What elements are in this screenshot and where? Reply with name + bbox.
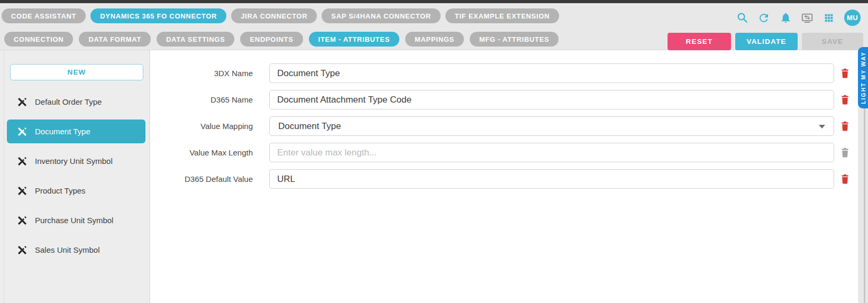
sidebar-item-default-order-type[interactable]: Default Order Type	[7, 90, 145, 114]
user-avatar[interactable]: MU	[844, 10, 861, 26]
delete-row-icon[interactable]	[840, 121, 849, 132]
tab-sap-s4hana-connector[interactable]: SAP S/4HANA CONNECTOR	[322, 8, 441, 23]
sidebar-item-label: Purchase Unit Symbol	[35, 216, 113, 225]
top-nav: CODE ASSISTANT DYNAMICS 365 FO CONNECTOR…	[2, 8, 559, 23]
tab-jira-connector[interactable]: JIRA CONNECTOR	[231, 8, 317, 23]
field-label: Value Mapping	[150, 122, 253, 131]
3dx-name-input[interactable]	[269, 63, 834, 83]
delete-row-icon[interactable]	[840, 68, 849, 79]
attribute-mapping-icon	[16, 185, 28, 197]
form-row-value-max-length: Value Max Length	[150, 143, 858, 162]
sidebar-item-product-types[interactable]: Product Types	[7, 179, 145, 203]
sidebar-item-label: Document Type	[35, 127, 90, 136]
search-icon[interactable]	[736, 12, 748, 24]
form-row-d365-default-value: D365 Default Value	[150, 169, 858, 189]
delete-row-icon[interactable]	[840, 173, 849, 185]
field-label: D365 Default Value	[150, 175, 253, 183]
app-window: CODE ASSISTANT DYNAMICS 365 FO CONNECTOR…	[0, 0, 868, 303]
chevron-down-icon	[819, 125, 825, 128]
attribute-list: Default Order Type Document Type	[7, 90, 145, 268]
reset-button[interactable]: RESET	[668, 33, 731, 50]
sub-nav: CONNECTION DATA FORMAT DATA SETTINGS END…	[4, 32, 559, 47]
tab-tif-example-extension[interactable]: TIF EXAMPLE EXTENSION	[445, 8, 559, 23]
header: CODE ASSISTANT DYNAMICS 365 FO CONNECTOR…	[0, 3, 868, 50]
attribute-mapping-icon	[16, 215, 28, 226]
tab-mappings[interactable]: MAPPINGS	[405, 32, 464, 47]
field-label: Value Max Length	[150, 148, 253, 157]
feedback-ribbon[interactable]: LIGHT MY WAY	[858, 47, 868, 108]
d365-default-value-input[interactable]	[269, 169, 834, 189]
remote-display-icon[interactable]	[801, 12, 814, 24]
tab-mfg-attributes[interactable]: MFG - ATTRIBUTES	[470, 32, 559, 47]
sidebar-item-label: Default Order Type	[35, 97, 102, 106]
tab-item-attributes[interactable]: ITEM - ATTRIBUTES	[309, 32, 399, 47]
value-mapping-select[interactable]: Document Type	[269, 116, 834, 136]
attribute-mapping-icon	[16, 96, 28, 108]
sidebar-item-sales-unit-symbol[interactable]: Sales Unit Symbol	[7, 238, 145, 262]
sidebar-item-label: Product Types	[35, 186, 86, 195]
tab-connection[interactable]: CONNECTION	[4, 32, 73, 47]
tab-endpoints[interactable]: ENDPOINTS	[240, 32, 303, 47]
value-max-length-input[interactable]	[269, 143, 834, 162]
attribute-mapping-icon	[16, 126, 28, 137]
attribute-detail-panel: 3DX Name D365 Name Value Mapping	[150, 50, 858, 303]
new-attribute-button[interactable]: NEW	[10, 64, 143, 80]
tab-data-format[interactable]: DATA FORMAT	[79, 32, 151, 47]
tab-data-settings[interactable]: DATA SETTINGS	[157, 32, 234, 47]
form-row-value-mapping: Value Mapping Document Type	[150, 116, 858, 136]
validate-button[interactable]: VALIDATE	[735, 33, 798, 50]
attribute-form: 3DX Name D365 Name Value Mapping	[150, 50, 858, 189]
sidebar-panel: NEW Default Order Type	[4, 50, 149, 303]
sidebar-item-purchase-unit-symbol[interactable]: Purchase Unit Symbol	[7, 208, 145, 232]
sidebar-item-label: Sales Unit Symbol	[35, 245, 100, 254]
apps-grid-icon[interactable]	[823, 12, 835, 24]
field-label: D365 Name	[150, 95, 253, 104]
feedback-ribbon-label: LIGHT MY WAY	[860, 51, 866, 104]
field-label: 3DX Name	[150, 69, 253, 78]
delete-row-icon-disabled	[840, 147, 849, 158]
delete-row-icon[interactable]	[840, 94, 849, 105]
attribute-sidebar: NEW Default Order Type	[0, 50, 150, 303]
header-icon-cluster: MU	[736, 10, 861, 26]
form-row-3dx-name: 3DX Name	[150, 63, 858, 83]
save-button[interactable]: SAVE	[802, 33, 863, 50]
d365-name-input[interactable]	[269, 90, 834, 109]
sidebar-item-document-type[interactable]: Document Type	[7, 120, 145, 143]
attribute-mapping-icon	[16, 244, 28, 256]
attribute-mapping-icon	[16, 155, 28, 167]
tab-dynamics-365-fo-connector[interactable]: DYNAMICS 365 FO CONNECTOR	[90, 8, 226, 23]
form-row-d365-name: D365 Name	[150, 90, 858, 109]
sidebar-item-label: Inventory Unit Symbol	[35, 157, 113, 166]
refresh-icon[interactable]	[757, 12, 770, 24]
tab-code-assistant[interactable]: CODE ASSISTANT	[2, 8, 86, 23]
bell-icon[interactable]	[779, 12, 792, 24]
value-mapping-selected-option: Document Type	[278, 121, 341, 132]
sidebar-item-inventory-unit-symbol[interactable]: Inventory Unit Symbol	[7, 149, 145, 173]
action-buttons: RESET VALIDATE SAVE	[668, 33, 863, 50]
